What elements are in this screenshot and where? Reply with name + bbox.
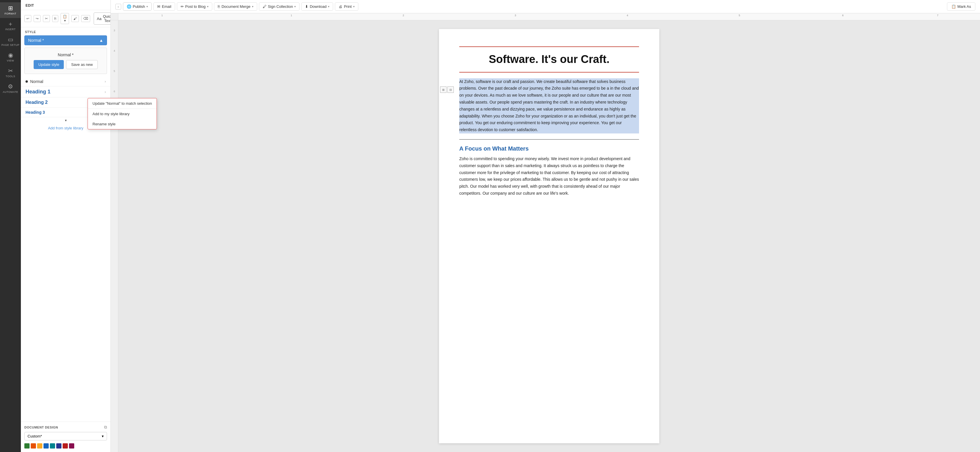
handle-left[interactable]: ⊞ — [440, 86, 447, 93]
sidebar-label-page-setup: PAGE SETUP — [2, 43, 19, 46]
print-button[interactable]: 🖨 Print ▾ — [335, 2, 358, 11]
copy-button[interactable]: ⎘ — [52, 15, 58, 22]
redo-button[interactable]: ↪ — [33, 15, 41, 22]
heading1-arrow: › — [105, 90, 106, 94]
ruler-track: 1 1 2 3 4 5 6 7 — [118, 13, 980, 20]
document-merge-icon: ⎘ — [218, 4, 220, 9]
sign-collection-chevron: ▾ — [294, 5, 296, 8]
sidebar-item-insert[interactable]: ＋ INSERT — [0, 18, 21, 34]
post-to-blog-chevron: ▾ — [207, 5, 208, 8]
sidebar-item-page-setup[interactable]: ▭ PAGE SETUP — [0, 34, 21, 50]
publish-label: Publish — [133, 4, 145, 9]
doc-design-dropdown[interactable]: Custom* ▾ — [24, 432, 107, 441]
sidebar-item-view[interactable]: ◉ VIEW — [0, 50, 21, 65]
side-num-6: 6 — [114, 90, 115, 93]
download-icon: ⬇ — [305, 4, 308, 9]
document-merge-button[interactable]: ⎘ Document Merge ▾ — [214, 2, 257, 11]
normal-arrow: › — [105, 80, 106, 83]
main-area: ‹ 🌐 Publish ▾ ✉ Email ✏ Post to Blog ▾ ⎘… — [111, 0, 980, 452]
sidebar-label-format: FORMAT — [5, 12, 16, 15]
ruler-num-2: 1 — [291, 14, 292, 17]
automate-icon: ⚙ — [8, 83, 13, 89]
color-swatches — [24, 443, 107, 449]
quick-text-label: Quick Text — [103, 14, 111, 23]
color-swatch-5[interactable] — [56, 443, 62, 449]
undo-button[interactable]: ↩ — [24, 15, 31, 22]
side-ruler: 3 4 5 6 — [111, 20, 118, 452]
publish-button[interactable]: 🌐 Publish ▾ — [123, 2, 152, 11]
email-label: Email — [162, 4, 171, 9]
insert-icon: ＋ — [8, 21, 13, 27]
doc-canvas[interactable]: ⊞ ⊟ Software. It's our Craft. At Zoho, s… — [118, 20, 980, 452]
format-paint-button[interactable]: 🖌 — [71, 15, 79, 22]
color-swatch-3[interactable] — [43, 443, 49, 449]
quick-text-button[interactable]: Aa Quick Text ▾ — [94, 13, 111, 25]
paste-button[interactable]: 📋 ▾ — [60, 13, 69, 24]
document-merge-label: Document Merge — [221, 4, 250, 9]
page-setup-icon: ▭ — [8, 37, 13, 42]
panel-title: EDIT — [21, 0, 110, 10]
format-panel: EDIT ↩ ↪ ✂ ⎘ 📋 ▾ 🖌 ⌫ Aa Quick Text ▾ ⊞ ▾… — [21, 0, 111, 452]
sidebar-item-tools[interactable]: ✂ TOOLS — [0, 65, 21, 81]
save-new-button[interactable]: Save as new — [66, 60, 97, 69]
color-swatch-6[interactable] — [63, 443, 68, 449]
publish-chevron: ▾ — [146, 5, 148, 8]
ruler-num-4: 3 — [515, 14, 516, 17]
post-to-blog-button[interactable]: ✏ Post to Blog ▾ — [177, 2, 212, 11]
update-style-button[interactable]: Update style — [33, 60, 64, 69]
sign-collection-button[interactable]: 🖊 Sign Collection ▾ — [259, 2, 300, 11]
doc-design-section: DOCUMENT DESIGN ⧉ Custom* ▾ — [21, 422, 110, 452]
color-swatch-0[interactable] — [24, 443, 30, 449]
style-item-normal[interactable]: Normal › — [21, 77, 110, 86]
style-selected-label: Normal * — [28, 38, 44, 43]
email-button[interactable]: ✉ Email — [153, 2, 175, 11]
sidebar-label-automate: AUTOMATE — [3, 91, 18, 93]
doc-section-title: A Focus on What Matters — [459, 145, 639, 152]
download-button[interactable]: ⬇ Download ▾ — [301, 2, 333, 11]
email-icon: ✉ — [157, 4, 160, 9]
print-icon: 🖨 — [339, 4, 342, 9]
style-section-label: STYLE — [21, 27, 110, 35]
selection-handles: ⊞ ⊟ — [439, 86, 455, 93]
download-label: Download — [310, 4, 326, 9]
doc-paragraph-2[interactable]: Zoho is committed to spending your money… — [459, 155, 639, 197]
ruler-num-6: 5 — [739, 14, 740, 17]
context-menu-item-update[interactable]: Update "Normal" to match selection — [88, 98, 111, 109]
side-num-5: 5 — [114, 70, 115, 72]
style-preview-text: Normal * — [58, 53, 73, 57]
handle-right[interactable]: ⊟ — [447, 86, 454, 93]
ruler-num-5: 4 — [627, 14, 628, 17]
sidebar-item-format[interactable]: ⊞ FORMAT — [0, 2, 21, 18]
ruler: 1 1 2 3 4 5 6 7 — [111, 13, 980, 20]
color-swatch-4[interactable] — [50, 443, 55, 449]
mark-as-icon: 📋 — [951, 4, 956, 9]
color-swatch-1[interactable] — [31, 443, 36, 449]
doc-paragraph-1[interactable]: At Zoho, software is our craft and passi… — [459, 78, 639, 133]
heading2-label: Heading 2 — [25, 100, 48, 105]
sidebar-label-insert: INSERT — [5, 28, 16, 31]
sidebar-label-view: VIEW — [7, 59, 14, 62]
style-dropdown[interactable]: Normal * ▲ — [24, 35, 107, 45]
color-swatch-7[interactable] — [69, 443, 74, 449]
doc-design-header: DOCUMENT DESIGN ⧉ — [24, 425, 107, 430]
sidebar-item-automate[interactable]: ⚙ AUTOMATE — [0, 81, 21, 96]
context-menu-item-add-library[interactable]: Add to my style library — [88, 109, 111, 119]
doc-design-external-link[interactable]: ⧉ — [104, 425, 107, 430]
mark-as-button[interactable]: 📋 Mark As — [947, 2, 975, 11]
toolbar-scroll-button[interactable]: ‹ — [115, 4, 121, 10]
side-num-4: 4 — [114, 50, 115, 52]
publish-icon: 🌐 — [127, 4, 131, 9]
style-actions: Update style Save as new — [29, 60, 102, 69]
post-to-blog-label: Post to Blog — [185, 4, 205, 9]
ruler-num-3: 2 — [403, 14, 404, 17]
heading3-label: Heading 3 — [25, 110, 45, 115]
style-item-heading1[interactable]: Heading 1 › — [21, 86, 110, 97]
color-swatch-2[interactable] — [37, 443, 42, 449]
mark-as-label: Mark As — [958, 4, 971, 9]
style-dropdown-container: Normal * ▲ — [21, 35, 110, 48]
context-menu: Update "Normal" to match selection Add t… — [88, 98, 111, 129]
cut-button[interactable]: ✂ — [43, 15, 50, 22]
context-menu-item-rename[interactable]: Rename style — [88, 119, 111, 129]
post-to-blog-icon: ✏ — [181, 4, 184, 9]
clear-format-button[interactable]: ⌫ — [81, 15, 90, 22]
